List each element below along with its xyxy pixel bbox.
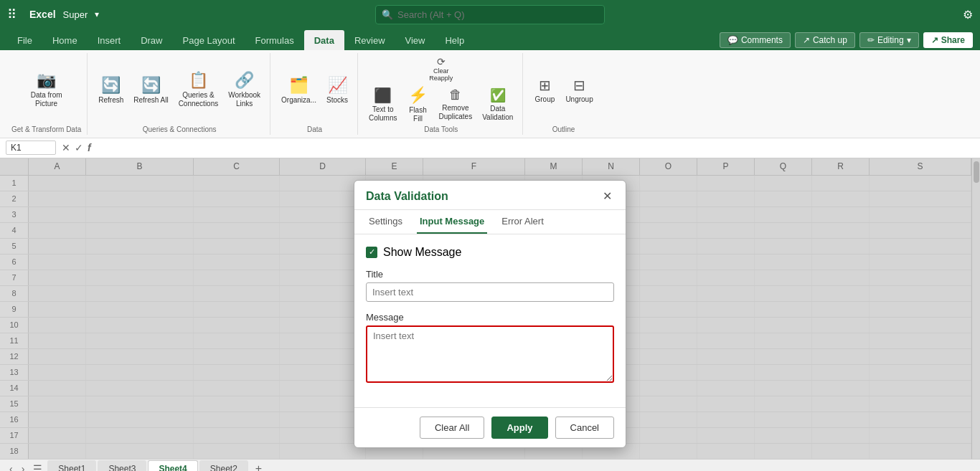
tab-review[interactable]: Review	[344, 30, 395, 50]
search-icon: 🔍	[382, 9, 393, 20]
ribbon-group-get-transform: 📷 Data fromPicture Get & Transform Data	[6, 53, 88, 135]
dialog-body: ✓ Show Message Title Message	[354, 234, 626, 407]
flash-fill-icon: ⚡	[408, 86, 428, 105]
ribbon-group-queries: 🔄 Refresh 🔄 Refresh All 📋 Queries &Conne…	[89, 53, 270, 135]
comments-icon: 💬	[727, 35, 738, 45]
sheet-tab-sheet3[interactable]: Sheet3	[98, 460, 146, 471]
tab-data[interactable]: Data	[304, 30, 344, 50]
show-message-label: Show Message	[383, 246, 461, 259]
tab-file[interactable]: File	[7, 30, 42, 50]
search-box[interactable]: 🔍	[375, 5, 605, 24]
sheet-nav-prev[interactable]: ‹	[6, 462, 17, 471]
dialog-tabs: Settings Input Message Error Alert	[354, 210, 626, 234]
stocks-button[interactable]: 📈 Stocks	[323, 74, 352, 106]
refresh-all-icon: 🔄	[141, 76, 161, 95]
app-name: Excel	[29, 9, 56, 20]
comments-button[interactable]: 💬 Comments	[720, 32, 791, 48]
editing-dropdown-icon: ▾	[907, 35, 911, 45]
clear-all-button[interactable]: Clear All	[420, 417, 484, 439]
add-sheet-button[interactable]: +	[250, 461, 268, 471]
message-textarea[interactable]	[366, 325, 614, 383]
ribbon: 📷 Data fromPicture Get & Transform Data …	[0, 50, 980, 138]
group-button[interactable]: ⊞ Group	[530, 75, 559, 105]
message-field-group: Message	[366, 312, 614, 386]
title-field-group: Title	[366, 269, 614, 302]
group-label-queries: Queries & Connections	[143, 125, 217, 133]
clear-reapply-button[interactable]: ⟳ ClearReapply	[426, 54, 456, 84]
text-columns-icon: ⬛	[374, 87, 392, 104]
share-button[interactable]: ↗ Share	[923, 32, 973, 48]
group-label-outline: Outline	[552, 125, 575, 133]
organize-icon: 🗂️	[289, 76, 308, 95]
show-message-row: ✓ Show Message	[366, 246, 614, 259]
formula-bar: ✕ ✓ f	[0, 138, 980, 158]
data-picture-icon: 📷	[37, 71, 56, 90]
tab-formulas[interactable]: Formulas	[245, 30, 304, 50]
user-dropdown-icon[interactable]: ▾	[95, 9, 99, 19]
ribbon-group-data-tools: ⟳ ClearReapply ⬛ Text toColumns ⚡ FlashF…	[359, 53, 523, 135]
tab-pagelayout[interactable]: Page Layout	[173, 30, 245, 50]
title-field-label: Title	[366, 269, 614, 280]
dialog-footer: Clear All Apply Cancel	[354, 407, 626, 447]
tab-home[interactable]: Home	[42, 30, 88, 50]
duplicates-icon: 🗑	[449, 87, 462, 103]
dialog-overlay: Data Validation ✕ Settings Input Message…	[0, 158, 980, 459]
ribbon-tab-bar: File Home Insert Draw Page Layout Formul…	[0, 29, 980, 50]
sheet-tab-sheet2[interactable]: Sheet2	[199, 460, 248, 471]
name-box[interactable]	[6, 141, 56, 155]
queries-icon: 📋	[189, 71, 208, 90]
group-label-data: Data	[307, 125, 322, 133]
sheet-nav-next[interactable]: ›	[18, 462, 29, 471]
formula-input[interactable]	[97, 143, 974, 153]
dialog-close-button[interactable]: ✕	[600, 189, 614, 204]
search-input[interactable]	[397, 9, 583, 20]
group-icon: ⊞	[539, 77, 551, 94]
editing-button[interactable]: ✏ Editing ▾	[859, 32, 919, 48]
tab-error-alert[interactable]: Error Alert	[499, 210, 547, 234]
refresh-all-button[interactable]: 🔄 Refresh All	[130, 74, 171, 106]
tab-settings[interactable]: Settings	[366, 210, 405, 234]
refresh-icon: 🔄	[101, 76, 121, 95]
dialog-header: Data Validation ✕	[354, 181, 626, 210]
tab-draw[interactable]: Draw	[131, 30, 172, 50]
apply-button[interactable]: Apply	[491, 417, 547, 439]
tab-view[interactable]: View	[395, 30, 435, 50]
refresh-button[interactable]: 🔄 Refresh	[95, 74, 127, 106]
ungroup-button[interactable]: ⊟ Ungroup	[562, 75, 596, 105]
workbook-links-button[interactable]: 🔗 WorkbookLinks	[225, 69, 264, 110]
cancel-formula-icon[interactable]: ✕	[62, 142, 70, 153]
organize-button[interactable]: 🗂️ Organiza...	[278, 74, 320, 106]
data-validation-button[interactable]: ✅ DataValidation	[479, 85, 517, 124]
title-text-input[interactable]	[366, 282, 614, 302]
pencil-icon: ✏	[867, 35, 875, 45]
catchup-button[interactable]: ↗ Catch up	[795, 32, 855, 48]
remove-duplicates-button[interactable]: 🗑 RemoveDuplicates	[435, 85, 476, 123]
show-message-checkbox[interactable]: ✓	[366, 247, 377, 258]
text-to-columns-button[interactable]: ⬛ Text toColumns	[365, 85, 400, 125]
sheet-tab-sheet4[interactable]: Sheet4	[148, 460, 197, 471]
tab-insert[interactable]: Insert	[88, 30, 131, 50]
group-label-get-transform: Get & Transform Data	[11, 125, 81, 133]
ungroup-icon: ⊟	[573, 77, 585, 94]
catchup-icon: ↗	[803, 35, 810, 45]
share-icon: ↗	[931, 35, 938, 45]
title-bar: ⠿ Excel Super ▾ 🔍 ⚙	[0, 0, 980, 29]
validation-icon: ✅	[490, 87, 506, 103]
tab-help[interactable]: Help	[435, 30, 474, 50]
dialog-title: Data Validation	[366, 190, 448, 203]
sheet-tab-sheet1[interactable]: Sheet1	[47, 460, 96, 471]
flash-fill-button[interactable]: ⚡ FlashFill	[403, 84, 432, 125]
settings-icon[interactable]: ⚙	[963, 8, 973, 22]
tab-input-message[interactable]: Input Message	[417, 210, 487, 234]
ribbon-group-outline: ⊞ Group ⊟ Ungroup Outline	[524, 53, 602, 135]
queries-connections-button[interactable]: 📋 Queries &Connections	[175, 69, 222, 110]
apps-icon[interactable]: ⠿	[7, 6, 17, 22]
sheet-menu-icon[interactable]: ☰	[29, 462, 46, 471]
data-from-picture-button[interactable]: 📷 Data fromPicture	[27, 69, 66, 110]
cancel-button[interactable]: Cancel	[555, 417, 614, 439]
confirm-formula-icon[interactable]: ✓	[75, 142, 83, 153]
insert-function-icon[interactable]: f	[88, 142, 91, 153]
group-label-data-tools: Data Tools	[424, 125, 458, 133]
ribbon-group-organize: 🗂️ Organiza... 📈 Stocks Data	[272, 53, 358, 135]
user-name: Super	[63, 9, 88, 20]
